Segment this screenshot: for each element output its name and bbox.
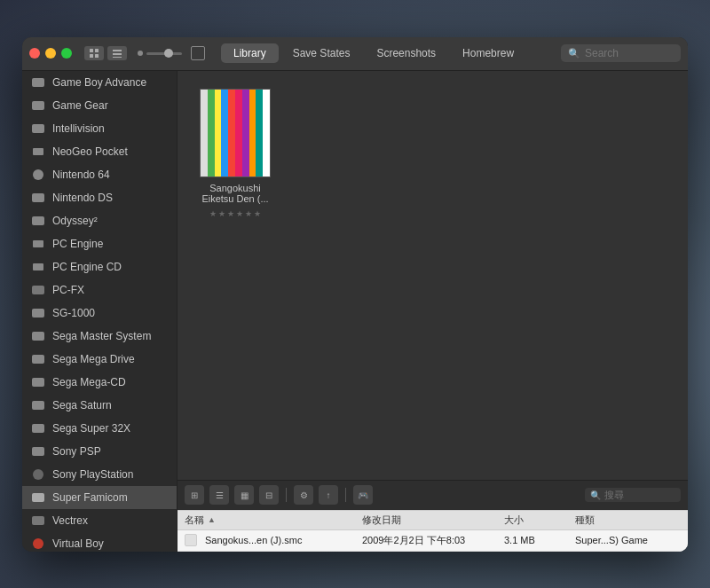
sidebar-item-pc-engine[interactable]: PC Engine: [22, 232, 177, 255]
sega-mega-cd-icon: [31, 375, 45, 389]
sidebar-item-sega-super-32x[interactable]: Sega Super 32X: [22, 417, 177, 440]
file-list-header: 名稱 ▲ 修改日期 大小 種類: [178, 511, 688, 530]
game-gear-icon: [31, 98, 45, 113]
file-row[interactable]: Sangokus...en (J).smc 2009年2月2日 下午8:03 3…: [178, 530, 688, 552]
game-thumbnail: [200, 89, 271, 177]
view-controls: [84, 46, 127, 60]
virtual-boy-icon: [31, 537, 45, 551]
sega-mega-drive-icon: [31, 352, 45, 366]
sidebar-item-super-famicom[interactable]: Super Famicom: [22, 486, 177, 509]
strip-4: [228, 90, 235, 176]
toolbar-settings-button[interactable]: ⚙: [294, 485, 313, 505]
game-stars: ★ ★ ★ ★ ★ ★: [209, 209, 261, 218]
tabs: Library Save States Screenshots Homebrew: [221, 43, 526, 63]
svg-rect-3: [95, 54, 99, 58]
search-icon: 🔍: [568, 48, 580, 59]
nintendo-64-icon: [31, 168, 45, 182]
sidebar-item-sega-mega-cd[interactable]: Sega Mega-CD: [22, 371, 177, 394]
toolbar-controller-button[interactable]: 🎮: [353, 485, 373, 505]
main-window: Library Save States Screenshots Homebrew…: [22, 37, 688, 552]
toolbar-import-button[interactable]: ↑: [319, 485, 338, 505]
star-5: ★: [245, 209, 252, 218]
pc-engine-cd-icon: [31, 260, 45, 274]
square-button[interactable]: [191, 46, 205, 60]
size-slider[interactable]: [138, 51, 182, 56]
star-4: ★: [236, 209, 243, 218]
svg-rect-6: [113, 57, 122, 58]
search-bar[interactable]: 🔍: [561, 44, 681, 62]
tab-save-states[interactable]: Save States: [280, 43, 363, 63]
search-input[interactable]: [585, 47, 674, 59]
strip-7: [249, 90, 256, 176]
strip-5: [235, 90, 242, 176]
nintendo-ds-icon: [31, 191, 45, 205]
star-2: ★: [218, 209, 225, 218]
sidebar-item-sega-saturn[interactable]: Sega Saturn: [22, 394, 177, 417]
svg-rect-5: [113, 53, 122, 55]
sidebar-item-pc-engine-cd[interactable]: PC Engine CD: [22, 255, 177, 278]
svg-rect-1: [95, 49, 99, 52]
sidebar-item-game-boy-advance[interactable]: Game Boy Advance: [22, 71, 177, 94]
file-size-cell: 3.1 MB: [504, 535, 575, 545]
minimize-button[interactable]: [45, 48, 56, 59]
strip-6: [242, 90, 249, 176]
strip-3: [221, 90, 228, 176]
tab-screenshots[interactable]: Screenshots: [364, 43, 448, 63]
slider-track[interactable]: [146, 52, 182, 55]
strip-0: [201, 90, 208, 176]
tab-homebrew[interactable]: Homebrew: [450, 43, 526, 63]
list-view-button[interactable]: [107, 46, 127, 60]
sidebar-item-pc-fx[interactable]: PC-FX: [22, 278, 177, 302]
toolbar-flow-button[interactable]: ⊟: [259, 485, 279, 505]
sidebar-item-vectrex[interactable]: Vectrex: [22, 509, 177, 532]
pc-fx-icon: [31, 283, 45, 297]
tab-library[interactable]: Library: [221, 43, 279, 63]
toolbar-separator: [286, 488, 287, 502]
sidebar: Game Boy Advance Game Gear Intellivision…: [22, 71, 178, 552]
toolbar-grid-button[interactable]: ⊞: [185, 485, 204, 505]
col-header-date[interactable]: 修改日期: [362, 514, 504, 527]
strip-1: [208, 90, 215, 176]
sidebar-item-nintendo-64[interactable]: Nintendo 64: [22, 163, 177, 186]
star-6: ★: [254, 209, 261, 218]
sidebar-item-sg-1000[interactable]: SG-1000: [22, 302, 177, 325]
file-icon: [185, 534, 197, 546]
neogeo-pocket-icon: [31, 145, 45, 159]
grid-view-button[interactable]: [84, 46, 104, 60]
sidebar-item-sony-psp[interactable]: Sony PSP: [22, 440, 177, 463]
game-grid: Sangokushi Eiketsu Den (... ★ ★ ★ ★ ★ ★: [178, 71, 688, 480]
pc-engine-icon: [31, 237, 45, 251]
sidebar-item-neogeo-pocket[interactable]: NeoGeo Pocket: [22, 140, 177, 163]
maximize-button[interactable]: [61, 48, 72, 59]
sidebar-item-sega-master-system[interactable]: Sega Master System: [22, 325, 177, 348]
sega-master-system-icon: [31, 329, 45, 343]
traffic-lights: [29, 48, 72, 59]
toolbar-covers-button[interactable]: ▦: [234, 485, 254, 505]
sidebar-item-nintendo-ds[interactable]: Nintendo DS: [22, 186, 177, 209]
main-panel: Sangokushi Eiketsu Den (... ★ ★ ★ ★ ★ ★ …: [178, 71, 688, 552]
super-famicom-icon: [31, 490, 45, 505]
toolbar-search-input[interactable]: [604, 490, 675, 500]
sidebar-item-odyssey2[interactable]: Odyssey²: [22, 209, 177, 232]
star-1: ★: [209, 209, 217, 218]
game-title: Sangokushi Eiketsu Den (...: [195, 183, 275, 204]
file-date-cell: 2009年2月2日 下午8:03: [362, 534, 504, 547]
col-header-size[interactable]: 大小: [504, 514, 575, 527]
sidebar-item-sega-mega-drive[interactable]: Sega Mega Drive: [22, 348, 177, 371]
sort-arrow: ▲: [208, 515, 216, 524]
toolbar-list-button[interactable]: ☰: [209, 485, 229, 505]
game-item[interactable]: Sangokushi Eiketsu Den (... ★ ★ ★ ★ ★ ★: [195, 89, 275, 218]
toolbar-search[interactable]: 🔍: [585, 488, 681, 502]
sidebar-item-game-gear[interactable]: Game Gear: [22, 94, 177, 117]
col-header-type[interactable]: 種類: [575, 514, 681, 527]
main-content: Game Boy Advance Game Gear Intellivision…: [22, 71, 688, 552]
svg-rect-0: [90, 49, 93, 52]
sidebar-item-sony-playstation[interactable]: Sony PlayStation: [22, 463, 177, 486]
sg-1000-icon: [31, 306, 45, 320]
color-strips: [201, 90, 270, 176]
col-header-name[interactable]: 名稱 ▲: [185, 514, 362, 527]
intellivision-icon: [31, 122, 45, 136]
sidebar-item-virtual-boy[interactable]: Virtual Boy: [22, 532, 177, 552]
close-button[interactable]: [29, 48, 40, 59]
sidebar-item-intellivision[interactable]: Intellivision: [22, 117, 177, 140]
